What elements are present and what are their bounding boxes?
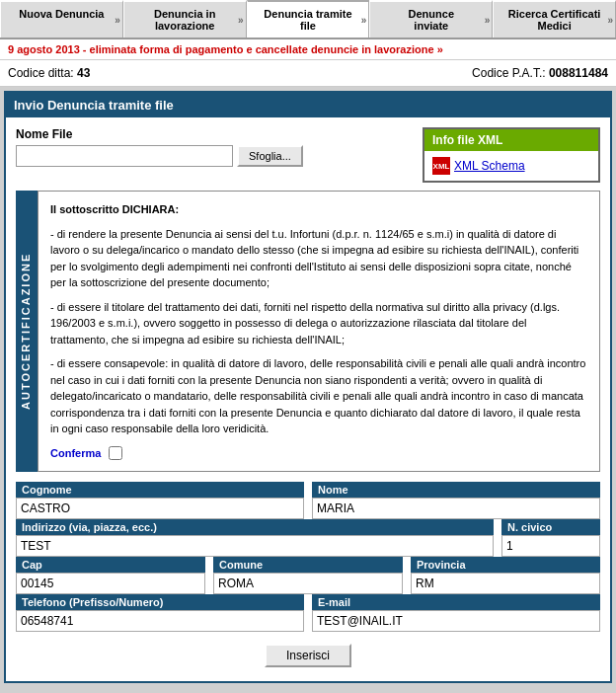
confirm-checkbox[interactable] [109,446,122,460]
file-name-input[interactable] [16,145,233,167]
insert-row: Inserisci [16,644,600,667]
declaration-paragraph-3: - di essere consapevole: in qualità di d… [50,355,587,437]
cap-label: Cap [16,557,205,573]
panel-body: Nome File Sfoglia... Info file XML XML X… [6,117,610,681]
file-input-row: Sfoglia... [16,145,373,167]
declaration-paragraph-1: - di rendere la presente Denuncia ai sen… [50,226,587,291]
file-label: Nome File [16,127,373,141]
email-input[interactable] [312,610,600,632]
cognome-input[interactable] [16,498,304,519]
indirizzo-input[interactable] [16,535,494,557]
xml-info-box: Info file XML XML XML Schema [423,127,600,183]
tab-ricerca-certificati-medici[interactable]: Ricerca CertificatiMedici [493,0,616,38]
telefono-email-row: Telefono (Prefisso/Numero) E-mail [16,594,600,632]
confirm-label: Conferma [50,445,101,462]
provincia-label: Provincia [411,557,600,573]
nome-input[interactable] [312,498,600,519]
declaration-content: Il sottoscritto DICHIARA: - di rendere l… [38,191,600,472]
cap-field: Cap [16,557,205,594]
info-bar: Codice ditta: 43 Codice P.A.T.: 00881148… [0,60,616,87]
alert-bar: 9 agosto 2013 - eliminata forma di pagam… [0,39,616,60]
tabs-bar: Nuova Denuncia Denuncia inlavorazione De… [0,0,616,39]
xml-info-title: Info file XML [424,129,598,151]
confirm-row: Conferma [50,445,587,462]
cap-input[interactable] [16,573,205,594]
browse-button[interactable]: Sfoglia... [237,145,303,167]
file-and-xml-row: Nome File Sfoglia... Info file XML XML X… [16,127,600,183]
email-field: E-mail [312,594,600,632]
comune-input[interactable] [213,573,403,594]
codice-pat: Codice P.A.T.: 008811484 [472,66,608,80]
xml-icon: XML [432,157,450,175]
xml-info-body: XML XML Schema [424,151,598,181]
ncivico-label: N. civico [501,519,600,535]
ncivico-input[interactable] [501,535,600,557]
email-label: E-mail [312,594,600,610]
alert-arrow: » [437,43,443,55]
tab-nuova-denuncia[interactable]: Nuova Denuncia [0,0,123,38]
main-panel: Invio Denuncia tramite file Nome File Sf… [4,91,612,683]
tab-denunce-inviate[interactable]: Denunceinviate [369,0,493,38]
form-section: Cognome Nome Indirizzo (via, piazza, ecc… [16,482,600,632]
tab-denuncia-lavorazione[interactable]: Denuncia inlavorazione [123,0,247,38]
indirizzo-label: Indirizzo (via, piazza, ecc.) [16,519,494,535]
declaration-wrapper: AUTOCERTIFICAZIONE Il sottoscritto DICHI… [16,191,600,472]
nome-field: Nome [312,482,600,519]
ncivico-field: N. civico [501,519,600,557]
panel-title: Invio Denuncia tramite file [6,93,610,117]
cognome-label: Cognome [16,482,304,498]
provincia-field: Provincia [411,557,600,594]
indirizzo-ncivico-row: Indirizzo (via, piazza, ecc.) N. civico [16,519,600,557]
telefono-field: Telefono (Prefisso/Numero) [16,594,304,632]
cognome-nome-row: Cognome Nome [16,482,600,519]
alert-text: 9 agosto 2013 - eliminata forma di pagam… [8,43,434,55]
cap-comune-provincia-row: Cap Comune Provincia [16,557,600,594]
inserisci-button[interactable]: Inserisci [265,644,351,667]
provincia-input[interactable] [411,573,600,594]
declaration-paragraph-2: - di essere il titolare del trattamento … [50,299,587,348]
comune-label: Comune [213,557,403,573]
comune-field: Comune [213,557,403,594]
telefono-input[interactable] [16,610,304,632]
file-section: Nome File Sfoglia... [16,127,373,167]
codice-ditta: Codice ditta: 43 [8,66,90,80]
nome-label: Nome [312,482,600,498]
declaration-title: Il sottoscritto DICHIARA: [50,201,587,218]
tab-denuncia-tramite-file[interactable]: Denuncia tramitefile [247,0,370,38]
autocertificazione-sidebar: AUTOCERTIFICAZIONE [16,191,38,472]
cognome-field: Cognome [16,482,304,519]
indirizzo-field: Indirizzo (via, piazza, ecc.) [16,519,494,557]
xml-schema-link[interactable]: XML Schema [454,159,525,173]
telefono-label: Telefono (Prefisso/Numero) [16,594,304,610]
